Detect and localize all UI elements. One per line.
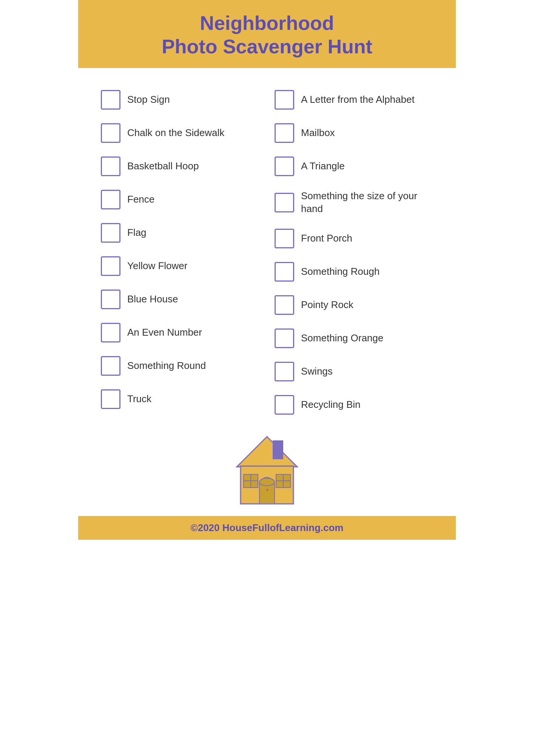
checkbox[interactable] (275, 123, 294, 143)
list-item: Fence (101, 183, 259, 216)
list-item: Yellow Flower (101, 249, 259, 283)
checkbox[interactable] (101, 190, 120, 209)
item-label: Yellow Flower (127, 260, 187, 273)
item-label: Mailbox (301, 127, 335, 139)
list-item: Flag (101, 216, 259, 249)
checkbox[interactable] (101, 223, 120, 243)
checklist-grid: Stop Sign Chalk on the Sidewalk Basketba… (101, 83, 433, 422)
list-item: Basketball Hoop (101, 150, 259, 183)
list-item: Mailbox (275, 116, 433, 150)
house-illustration: ♥ (78, 429, 456, 516)
checkbox[interactable] (101, 290, 120, 309)
checkbox[interactable] (101, 389, 120, 409)
item-label: Truck (127, 393, 151, 406)
item-label: Chalk on the Sidewalk (127, 127, 224, 139)
checkbox[interactable] (275, 328, 294, 348)
checkbox[interactable] (275, 295, 294, 315)
item-label: Blue House (127, 293, 178, 306)
checkbox[interactable] (101, 256, 120, 276)
page-title: Neighborhood Photo Scavenger Hunt (86, 11, 448, 59)
item-label: Something the size of your hand (301, 190, 433, 215)
list-item: Blue House (101, 283, 259, 316)
left-column: Stop Sign Chalk on the Sidewalk Basketba… (101, 83, 259, 422)
footer-text: ©2020 HouseFullofLearning.com (84, 522, 450, 534)
item-label: Front Porch (301, 232, 352, 245)
page-header: Neighborhood Photo Scavenger Hunt (78, 0, 456, 68)
item-label: A Triangle (301, 160, 345, 173)
item-label: A Letter from the Alphabet (301, 93, 415, 106)
checkbox[interactable] (275, 229, 294, 248)
list-item: Recycling Bin (275, 388, 433, 421)
checkbox[interactable] (275, 262, 294, 282)
checkbox[interactable] (275, 156, 294, 176)
checkbox[interactable] (101, 323, 120, 342)
right-column: A Letter from the Alphabet Mailbox A Tri… (275, 83, 433, 422)
list-item: A Triangle (275, 150, 433, 183)
list-item: An Even Number (101, 316, 259, 349)
list-item: Front Porch (275, 222, 433, 255)
item-label: An Even Number (127, 326, 202, 339)
checkbox[interactable] (275, 193, 294, 212)
item-label: Recycling Bin (301, 398, 361, 411)
list-item: Swings (275, 355, 433, 388)
checkbox[interactable] (101, 123, 120, 143)
footer-bar: ©2020 HouseFullofLearning.com (78, 516, 456, 540)
list-item: Something Orange (275, 322, 433, 355)
checkbox[interactable] (275, 362, 294, 381)
item-label: Swings (301, 365, 333, 378)
main-content: Stop Sign Chalk on the Sidewalk Basketba… (78, 68, 456, 429)
list-item: Something Rough (275, 255, 433, 288)
checkbox[interactable] (101, 356, 120, 376)
item-label: Fence (127, 193, 154, 206)
checkbox[interactable] (101, 90, 120, 110)
item-label: Flag (127, 226, 147, 239)
svg-text:♥: ♥ (266, 487, 269, 493)
item-label: Something Orange (301, 332, 383, 345)
item-label: Something Round (127, 359, 206, 372)
list-item: Something Round (101, 349, 259, 383)
list-item: Truck (101, 383, 259, 416)
list-item: Pointy Rock (275, 288, 433, 322)
item-label: Something Rough (301, 265, 380, 278)
list-item: A Letter from the Alphabet (275, 83, 433, 116)
item-label: Stop Sign (127, 93, 170, 106)
list-item: Chalk on the Sidewalk (101, 116, 259, 150)
list-item: Something the size of your hand (275, 183, 433, 222)
item-label: Pointy Rock (301, 299, 353, 311)
svg-marker-0 (237, 437, 297, 467)
item-label: Basketball Hoop (127, 160, 199, 173)
svg-rect-1 (273, 440, 283, 459)
list-item: Stop Sign (101, 83, 259, 116)
checkbox[interactable] (275, 90, 294, 110)
checkbox[interactable] (101, 156, 120, 176)
checkbox[interactable] (275, 395, 294, 415)
house-svg: ♥ (229, 433, 305, 508)
